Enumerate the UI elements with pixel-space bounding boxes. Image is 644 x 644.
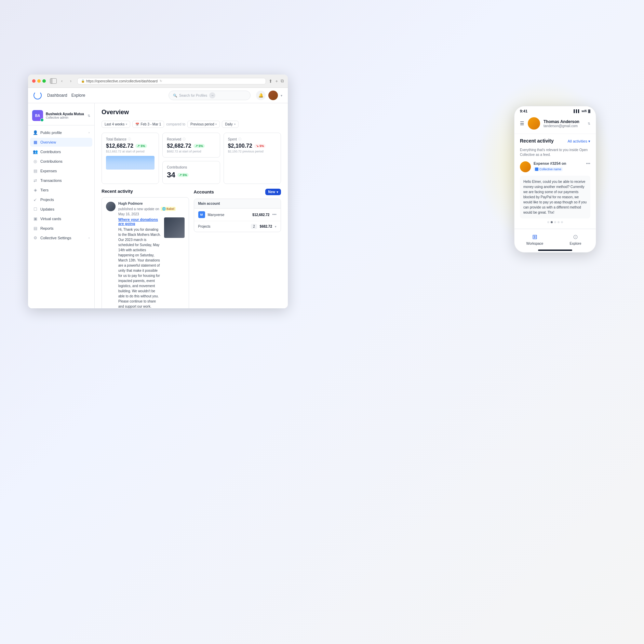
sidebar-item-contributions[interactable]: ◎ Contributions xyxy=(30,157,92,166)
granularity-filter[interactable]: Daily ▾ xyxy=(222,121,238,128)
back-button[interactable]: ‹ xyxy=(58,77,66,85)
address-bar[interactable]: 🔒 https://opencollective.com/collective/… xyxy=(77,78,266,84)
all-activities-button[interactable]: All activities ▾ xyxy=(567,139,590,144)
stat-badge-received: ↗ 5% xyxy=(193,144,205,148)
compared-to-label: compared to xyxy=(166,122,185,126)
tiers-icon: ◈ xyxy=(33,188,38,192)
mobile-status-bar: 9:41 ▌▌▌ wifi ▓ xyxy=(514,106,596,115)
period-filter[interactable]: Last 4 weeks ▾ xyxy=(102,121,130,128)
dot-2 xyxy=(551,221,553,223)
contributions-value: 34 ↗ 5% xyxy=(167,171,215,179)
new-tab-icon[interactable]: + xyxy=(275,79,278,84)
reload-icon[interactable]: ↻ xyxy=(160,79,162,83)
stat-sub-spent: $2,150.72 previous period xyxy=(228,150,277,153)
period-chevron-icon: ▾ xyxy=(126,123,127,126)
date-range-value: Feb 3 - Mar 1 xyxy=(140,122,161,126)
activity-image xyxy=(164,217,185,238)
mobile-header: ☰ Thomas Anderson tanderson@gmail.com ⇅ xyxy=(514,115,596,134)
sidebar-toggle-icon[interactable] xyxy=(50,78,57,84)
close-button[interactable] xyxy=(32,79,36,83)
date-range-filter[interactable]: 📅 Feb 3 - Mar 1 xyxy=(132,121,164,128)
search-placeholder: Search for Profiles xyxy=(179,94,207,97)
tabs-icon[interactable]: ⧉ xyxy=(281,78,284,84)
activity-link[interactable]: Where your donations are going xyxy=(118,217,161,226)
settings-icon: ⚙ xyxy=(33,236,38,240)
transactions-icon: ⇄ xyxy=(33,178,38,183)
info-icon-total-balance[interactable]: ⓘ xyxy=(128,137,131,142)
profile-header[interactable]: BA Bushwick Ayuda Mutua Collective admin… xyxy=(32,110,90,121)
account-dots-icon[interactable]: ••• xyxy=(272,212,277,217)
info-icon-spent[interactable]: ⓘ xyxy=(238,137,241,142)
main-account-label: Main account xyxy=(194,199,281,209)
nav-dashboard[interactable]: Dashboard xyxy=(47,93,67,98)
stats-grid: Total Balance ⓘ $12,682.72 ↗ 5% $12,682.… xyxy=(102,133,281,184)
sidebar-item-projects[interactable]: ↙ Projects xyxy=(30,195,92,204)
sidebar-label-contributors: Contributors xyxy=(40,150,61,154)
mobile-menu-icon[interactable]: ☰ xyxy=(520,121,524,126)
app-body: BA Bushwick Ayuda Mutua Collective admin… xyxy=(28,103,288,308)
sidebar-item-transactions[interactable]: ⇄ Transactions xyxy=(30,176,92,185)
sidebar-item-public-profile[interactable]: 👤 Public profile › xyxy=(30,128,92,137)
app-nav: Dashboard Explore xyxy=(47,93,85,98)
comparison-filter[interactable]: Previous period ▾ xyxy=(187,121,220,128)
stat-badge-total-balance: ↗ 5% xyxy=(135,144,147,148)
new-account-button[interactable]: New ▾ xyxy=(265,189,281,195)
mobile-bottom-nav: ⊞ Workspace ⊙ Explore xyxy=(514,229,596,248)
sidebar-item-reports[interactable]: ▤ Reports xyxy=(30,224,92,233)
nav-explore[interactable]: Explore xyxy=(71,93,85,98)
filters-row: Last 4 weeks ▾ 📅 Feb 3 - Mar 1 compared … xyxy=(102,121,281,128)
sidebar-item-contributors[interactable]: 👥 Contributors xyxy=(30,147,92,156)
explore-label: Explore xyxy=(570,242,581,245)
contributors-icon: 👥 xyxy=(33,149,38,154)
maximize-button[interactable] xyxy=(42,79,46,83)
workspace-label: Workspace xyxy=(526,242,544,245)
search-bar[interactable]: 🔍 Search for Profiles → xyxy=(169,91,251,100)
sidebar-item-expenses[interactable]: ▤ Expenses xyxy=(30,166,92,175)
info-icon-received[interactable]: ⓘ xyxy=(183,137,186,142)
mobile-app-panel: 9:41 ▌▌▌ wifi ▓ ☰ Thomas Anderson tander… xyxy=(514,106,596,253)
sidebar-label-projects: Projects xyxy=(40,198,54,202)
share-icon[interactable]: ⬆ xyxy=(269,79,272,84)
mobile-content: Recent activity All activities ▾ Everyth… xyxy=(514,134,596,229)
user-avatar[interactable] xyxy=(268,91,278,100)
sidebar-item-updates[interactable]: ☐ Updates xyxy=(30,205,92,214)
recent-activity-section: Recent activity Hugh Podmore published a… xyxy=(102,189,189,308)
comparison-value: Previous period xyxy=(190,122,214,126)
sidebar-item-overview[interactable]: ▦ Overview xyxy=(30,138,92,147)
projects-chevron-icon[interactable]: ▾ xyxy=(275,225,277,228)
bell-icon[interactable]: 🔔 xyxy=(256,91,266,100)
stat-value-spent: $2,100.72 ↘ 5% xyxy=(228,143,277,149)
sidebar-label-reports: Reports xyxy=(40,226,54,230)
mobile-profile-chevron-icon[interactable]: ⇅ xyxy=(588,122,590,125)
projects-amount: $682.72 xyxy=(260,225,272,228)
sidebar-item-virtual-cards[interactable]: ▣ Virtual cards xyxy=(30,214,92,223)
reports-icon: ▤ xyxy=(33,226,38,231)
stat-chart-total-balance xyxy=(106,156,155,170)
minimize-button[interactable] xyxy=(37,79,41,83)
granularity-value: Daily xyxy=(225,122,232,126)
sidebar-item-tiers[interactable]: ◈ Tiers xyxy=(30,186,92,194)
account-amount-main: $12,682.72 xyxy=(252,213,269,217)
mobile-nav-explore[interactable]: ⊙ Explore xyxy=(555,232,596,247)
mobile-status-icons: ▌▌▌ wifi ▓ xyxy=(574,109,590,113)
sidebar-label-public-profile: Public profile xyxy=(40,131,62,135)
sidebar-item-collective-settings[interactable]: ⚙ Collective Settings › xyxy=(30,233,92,242)
mobile-expense-title: Expense #3254 on xyxy=(534,161,583,165)
account-icon-main: M xyxy=(198,211,205,218)
avatar-chevron-icon[interactable]: ▾ xyxy=(281,94,282,97)
dot-3 xyxy=(554,221,556,223)
app-logo[interactable] xyxy=(33,91,42,99)
mobile-expense-avatar xyxy=(520,161,531,172)
mobile-nav-workspace[interactable]: ⊞ Workspace xyxy=(514,232,555,247)
expenses-icon: ▤ xyxy=(33,169,38,173)
search-icon: 🔍 xyxy=(173,94,177,97)
projects-label: Projects xyxy=(198,225,249,228)
browser-nav: ‹ › xyxy=(50,77,75,85)
profile-icon: 👤 xyxy=(33,130,38,135)
forward-button[interactable]: › xyxy=(67,77,75,85)
granularity-chevron-icon: ▾ xyxy=(234,123,236,126)
mobile-expense-dots-icon[interactable]: ••• xyxy=(586,161,590,166)
projects-row[interactable]: Projects 2 $682.72 ▾ xyxy=(194,221,281,232)
account-card: Main account M Manyverse $12,682.72 ••• … xyxy=(194,199,281,232)
dot-4 xyxy=(558,221,560,223)
